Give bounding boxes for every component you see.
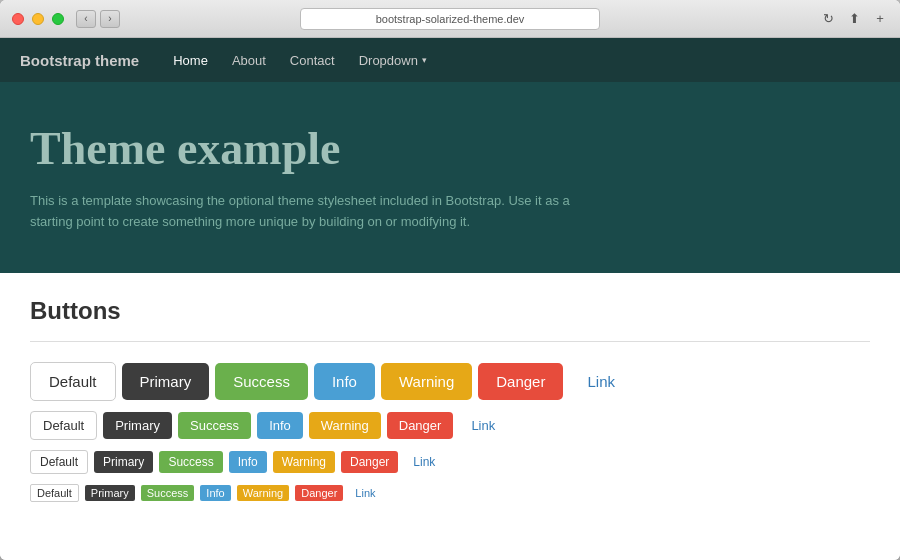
- hero-title: Theme example: [30, 122, 870, 175]
- toolbar-icons: ↻ ⬆ +: [818, 10, 890, 28]
- forward-button[interactable]: ›: [100, 10, 120, 28]
- buttons-section-title: Buttons: [30, 297, 870, 325]
- btn-info-md[interactable]: Info: [257, 412, 303, 439]
- url-text: bootstrap-solarized-theme.dev: [376, 13, 525, 25]
- nav-link-home[interactable]: Home: [163, 47, 218, 74]
- btn-info-sm[interactable]: Info: [229, 451, 267, 473]
- btn-danger-xs[interactable]: Danger: [295, 485, 343, 501]
- btn-default-lg[interactable]: Default: [30, 362, 116, 401]
- bootstrap-navbar: Bootstrap theme Home About Contact Dropd…: [0, 38, 900, 82]
- nav-link-about[interactable]: About: [222, 47, 276, 74]
- btn-link-sm[interactable]: Link: [404, 451, 444, 473]
- btn-info-lg[interactable]: Info: [314, 363, 375, 400]
- hero-section: Theme example This is a template showcas…: [0, 82, 900, 273]
- button-row-lg: Default Primary Success Info Warning Dan…: [30, 362, 870, 401]
- btn-default-md[interactable]: Default: [30, 411, 97, 440]
- btn-danger-md[interactable]: Danger: [387, 412, 454, 439]
- window-controls: [12, 13, 64, 25]
- btn-danger-lg[interactable]: Danger: [478, 363, 563, 400]
- navbar-brand[interactable]: Bootstrap theme: [20, 52, 139, 69]
- btn-warning-sm[interactable]: Warning: [273, 451, 335, 473]
- btn-link-lg[interactable]: Link: [569, 363, 633, 400]
- btn-primary-md[interactable]: Primary: [103, 412, 172, 439]
- mac-window: ‹ › bootstrap-solarized-theme.dev ↻ ⬆ + …: [0, 0, 900, 560]
- button-row-md: Default Primary Success Info Warning Dan…: [30, 411, 870, 440]
- btn-success-md[interactable]: Success: [178, 412, 251, 439]
- btn-default-xs[interactable]: Default: [30, 484, 79, 502]
- btn-link-md[interactable]: Link: [459, 412, 507, 439]
- add-tab-icon[interactable]: +: [870, 10, 890, 28]
- button-row-xs: Default Primary Success Info Warning Dan…: [30, 484, 870, 502]
- btn-warning-md[interactable]: Warning: [309, 412, 381, 439]
- titlebar: ‹ › bootstrap-solarized-theme.dev ↻ ⬆ +: [0, 0, 900, 38]
- nav-item-home: Home: [163, 47, 218, 74]
- share-icon[interactable]: ⬆: [844, 10, 864, 28]
- btn-primary-sm[interactable]: Primary: [94, 451, 153, 473]
- hero-description: This is a template showcasing the option…: [30, 191, 590, 233]
- nav-item-contact: Contact: [280, 47, 345, 74]
- nav-link-contact[interactable]: Contact: [280, 47, 345, 74]
- btn-primary-xs[interactable]: Primary: [85, 485, 135, 501]
- button-row-sm: Default Primary Success Info Warning Dan…: [30, 450, 870, 474]
- navbar-nav: Home About Contact Dropdown ▾: [163, 47, 437, 74]
- dropdown-toggle[interactable]: Dropdown ▾: [349, 47, 437, 74]
- btn-success-sm[interactable]: Success: [159, 451, 222, 473]
- back-button[interactable]: ‹: [76, 10, 96, 28]
- browser-content: Bootstrap theme Home About Contact Dropd…: [0, 38, 900, 560]
- btn-success-lg[interactable]: Success: [215, 363, 308, 400]
- btn-link-xs[interactable]: Link: [349, 485, 381, 501]
- nav-buttons: ‹ ›: [76, 10, 120, 28]
- section-divider: [30, 341, 870, 342]
- nav-item-dropdown: Dropdown ▾: [349, 47, 437, 74]
- btn-primary-lg[interactable]: Primary: [122, 363, 210, 400]
- main-content: Buttons Default Primary Success Info War…: [0, 273, 900, 560]
- maximize-button[interactable]: [52, 13, 64, 25]
- btn-danger-sm[interactable]: Danger: [341, 451, 398, 473]
- refresh-icon[interactable]: ↻: [818, 10, 838, 28]
- btn-default-sm[interactable]: Default: [30, 450, 88, 474]
- btn-info-xs[interactable]: Info: [200, 485, 230, 501]
- address-bar[interactable]: bootstrap-solarized-theme.dev: [300, 8, 600, 30]
- btn-success-xs[interactable]: Success: [141, 485, 195, 501]
- minimize-button[interactable]: [32, 13, 44, 25]
- chevron-down-icon: ▾: [422, 55, 427, 65]
- nav-item-about: About: [222, 47, 276, 74]
- btn-warning-lg[interactable]: Warning: [381, 363, 472, 400]
- btn-warning-xs[interactable]: Warning: [237, 485, 290, 501]
- dropdown-label: Dropdown: [359, 53, 418, 68]
- close-button[interactable]: [12, 13, 24, 25]
